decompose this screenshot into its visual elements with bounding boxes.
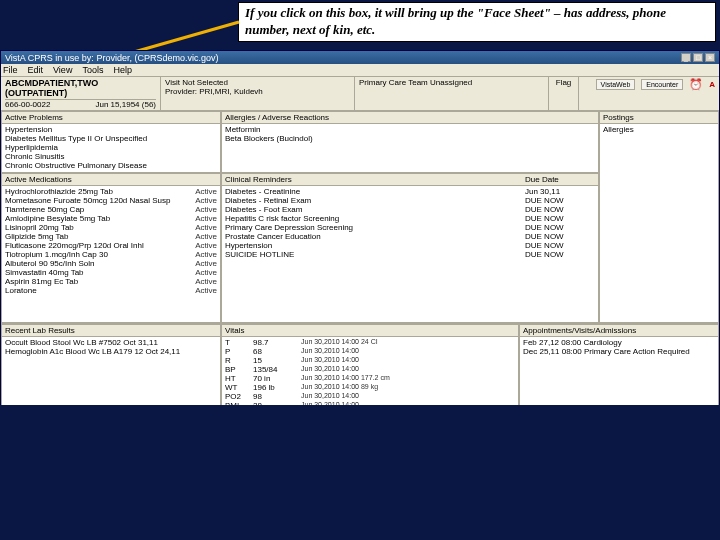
posting-item[interactable]: Allergies <box>603 125 715 134</box>
med-item[interactable]: Albuterol 90 95c/Inh SolnActive <box>5 259 217 268</box>
patient-ssn: 666-00-0022 <box>5 100 50 109</box>
reminders-list[interactable]: Diabetes - CreatinineJun 30,11Diabetes -… <box>222 186 598 260</box>
vitals-list[interactable]: T98.7Jun 30,2010 14:00 24 CIP68Jun 30,20… <box>222 337 518 411</box>
allergy-item[interactable]: Metformin <box>225 125 595 134</box>
vital-item[interactable]: BP135/84Jun 30,2010 14:00 <box>225 365 515 374</box>
vistaweb-button[interactable]: VistaWeb <box>596 79 636 90</box>
problem-item[interactable]: Diabetes Mellitus Type II Or Unspecified <box>5 134 217 143</box>
vital-item[interactable]: R15Jun 30,2010 14:00 <box>225 356 515 365</box>
reminder-item[interactable]: Diabetes - Foot ExamDUE NOW <box>225 205 595 214</box>
patient-box[interactable]: ABCMDPATIENT,TWO (OUTPATIENT) 666-00-002… <box>1 77 161 110</box>
appt-item[interactable]: Feb 27,12 08:00 Cardiology <box>523 338 715 347</box>
active-meds-header: Active Medications <box>2 174 220 186</box>
close-button[interactable]: × <box>705 53 715 62</box>
problem-item[interactable]: Hyperlipidemia <box>5 143 217 152</box>
labs-list[interactable]: Occult Blood Stool Wc LB #7502 Oct 31,11… <box>2 337 220 357</box>
active-problems-list[interactable]: HypertensionDiabetes Mellitus Type II Or… <box>2 124 220 171</box>
visit-status: Visit Not Selected <box>165 78 350 87</box>
menu-file[interactable]: File <box>3 65 18 75</box>
window-controls: _ □ × <box>681 53 715 62</box>
allergies-list[interactable]: MetforminBeta Blockers (Bucindol) <box>222 124 598 144</box>
visit-box[interactable]: Visit Not Selected Provider: PRI,MRI, Ku… <box>161 77 355 110</box>
med-item[interactable]: Simvastatin 40mg TabActive <box>5 268 217 277</box>
menu-view[interactable]: View <box>53 65 72 75</box>
menubar[interactable]: File Edit View Tools Help <box>1 64 719 77</box>
menu-help[interactable]: Help <box>113 65 132 75</box>
vital-item[interactable]: PO298Jun 30,2010 14:00 <box>225 392 515 401</box>
pct-box[interactable]: Primary Care Team Unassigned <box>355 77 549 110</box>
reminder-item[interactable]: HypertensionDUE NOW <box>225 241 595 250</box>
postings-list[interactable]: Allergies <box>600 124 718 135</box>
problem-item[interactable]: Hypertension <box>5 125 217 134</box>
vitals-header: Vitals <box>222 325 518 337</box>
reminder-item[interactable]: Primary Care Depression ScreeningDUE NOW <box>225 223 595 232</box>
lab-item[interactable]: Occult Blood Stool Wc LB #7502 Oct 31,11 <box>5 338 217 347</box>
vital-item[interactable]: P68Jun 30,2010 14:00 <box>225 347 515 356</box>
lab-item[interactable]: Hemoglobin A1c Blood Wc LB A179 12 Oct 2… <box>5 347 217 356</box>
maximize-button[interactable]: □ <box>693 53 703 62</box>
reminder-item[interactable]: SUICIDE HOTLINEDUE NOW <box>225 250 595 259</box>
active-meds-list[interactable]: Hydrochlorothiazide 25mg TabActiveMometa… <box>2 186 220 296</box>
med-item[interactable]: Glipizide 5mg TabActive <box>5 232 217 241</box>
minimize-button[interactable]: _ <box>681 53 691 62</box>
med-item[interactable]: Hydrochlorothiazide 25mg TabActive <box>5 187 217 196</box>
visit-provider: Provider: PRI,MRI, Kuldevh <box>165 87 350 96</box>
flag-label: Flag <box>553 78 574 87</box>
med-item[interactable]: LoratoneActive <box>5 286 217 295</box>
pct-label: Primary Care Team Unassigned <box>359 78 544 87</box>
menu-tools[interactable]: Tools <box>82 65 103 75</box>
problem-item[interactable]: Chronic Sinusitis <box>5 152 217 161</box>
reminder-item[interactable]: Prostate Cancer EducationDUE NOW <box>225 232 595 241</box>
postings-indicator[interactable]: A <box>709 80 715 89</box>
med-item[interactable]: Aspirin 81mg Ec TabActive <box>5 277 217 286</box>
flag-box[interactable]: Flag <box>549 77 579 110</box>
patient-header: ABCMDPATIENT,TWO (OUTPATIENT) 666-00-002… <box>1 77 719 111</box>
annotation-box: If you click on this box, it will bring … <box>238 2 716 42</box>
med-item[interactable]: Mometasone Furoate 50mcg 120d Nasal Susp… <box>5 196 217 205</box>
med-item[interactable]: Fluticasone 220mcg/Prp 120d Oral InhlAct… <box>5 241 217 250</box>
med-item[interactable]: Amlodipine Besylate 5mg TabActive <box>5 214 217 223</box>
cprs-window: VistA CPRS in use by: Provider, (CPRSdem… <box>0 50 720 428</box>
titlebar: VistA CPRS in use by: Provider, (CPRSdem… <box>1 51 719 64</box>
active-problems-header: Active Problems <box>2 112 220 124</box>
med-item[interactable]: Tiotropium 1.mcg/Inh Cap 30Active <box>5 250 217 259</box>
appt-item[interactable]: Dec 25,11 08:00 Primary Care Action Requ… <box>523 347 715 356</box>
allergies-header: Allergies / Adverse Reactions <box>222 112 598 124</box>
patient-dob: Jun 15,1954 (56) <box>96 100 157 109</box>
allergy-item[interactable]: Beta Blockers (Bucindol) <box>225 134 595 143</box>
reminder-item[interactable]: Hepatitis C risk factor ScreeningDUE NOW <box>225 214 595 223</box>
vital-item[interactable]: T98.7Jun 30,2010 14:00 24 CI <box>225 338 515 347</box>
vital-item[interactable]: HT70 inJun 30,2010 14:00 177.2 cm <box>225 374 515 383</box>
appts-header: Appointments/Visits/Admissions <box>520 325 718 337</box>
encounter-button[interactable]: Encounter <box>641 79 683 90</box>
menu-edit[interactable]: Edit <box>28 65 44 75</box>
med-item[interactable]: Lisinopril 20mg TabActive <box>5 223 217 232</box>
reminder-item[interactable]: Diabetes - Retinal ExamDUE NOW <box>225 196 595 205</box>
labs-header: Recent Lab Results <box>2 325 220 337</box>
reminders-due-header: Due Date <box>525 175 595 184</box>
reminder-icon[interactable]: ⏰ <box>689 78 703 91</box>
problem-item[interactable]: Chronic Obstructive Pulmonary Disease <box>5 161 217 170</box>
window-title: VistA CPRS in use by: Provider, (CPRSdem… <box>5 53 218 63</box>
appts-list[interactable]: Feb 27,12 08:00 CardiologyDec 25,11 08:0… <box>520 337 718 357</box>
reminders-header: Clinical Reminders <box>225 175 525 184</box>
reminder-item[interactable]: Diabetes - CreatinineJun 30,11 <box>225 187 595 196</box>
patient-name: ABCMDPATIENT,TWO (OUTPATIENT) <box>5 78 156 100</box>
med-item[interactable]: Tiamterene 50mg CapActive <box>5 205 217 214</box>
postings-header: Postings <box>600 112 718 124</box>
slide-background <box>0 405 720 540</box>
vital-item[interactable]: WT196 lbJun 30,2010 14:00 89 kg <box>225 383 515 392</box>
